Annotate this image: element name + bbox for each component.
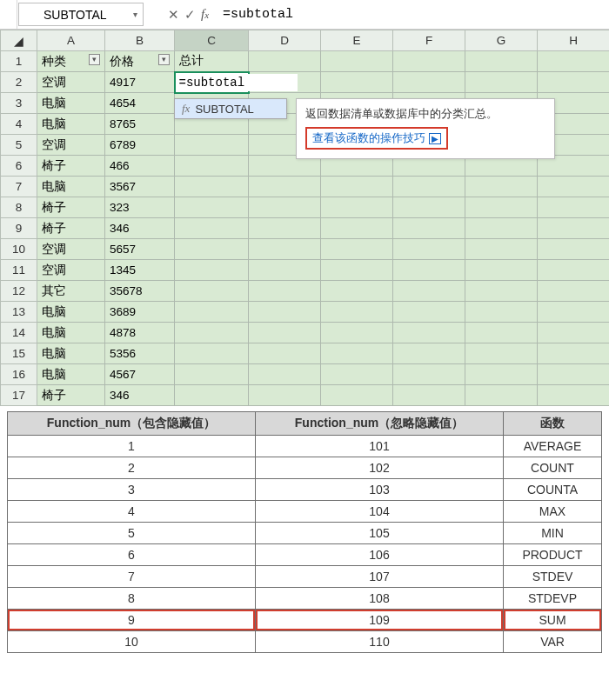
cell-F7[interactable] [393, 177, 465, 197]
cell-G9[interactable] [465, 218, 538, 239]
cell-F9[interactable] [393, 218, 465, 239]
col-header-F[interactable]: F [393, 30, 465, 51]
cell-A8[interactable]: 椅子 [37, 197, 105, 218]
cell-C17[interactable] [175, 385, 249, 406]
col-header-A[interactable]: A [37, 30, 105, 51]
cell-B15[interactable]: 5356 [105, 343, 175, 364]
cell-H7[interactable] [538, 177, 610, 197]
col-header-B[interactable]: B [105, 30, 175, 51]
cell-A14[interactable]: 电脑 [37, 323, 105, 343]
cell-E8[interactable] [321, 197, 393, 218]
cell-D7[interactable] [249, 177, 321, 197]
cell-H14[interactable] [538, 323, 610, 343]
cell-B7[interactable]: 3567 [105, 177, 175, 197]
cell-A16[interactable]: 电脑 [37, 364, 105, 385]
cell-B3[interactable]: 4654 [105, 93, 175, 114]
fx-icon[interactable]: fx [201, 7, 209, 22]
cell-D1[interactable] [249, 51, 321, 72]
cell-C16[interactable] [175, 364, 249, 385]
cell-C7[interactable] [175, 177, 249, 197]
cell-C11[interactable] [175, 260, 249, 281]
row-header[interactable]: 3 [1, 93, 37, 114]
cell-B4[interactable]: 8765 [105, 114, 175, 135]
cell-H8[interactable] [538, 197, 610, 218]
cell-G17[interactable] [465, 385, 538, 406]
cell-G15[interactable] [465, 343, 538, 364]
cell-B11[interactable]: 1345 [105, 260, 175, 281]
row-header[interactable]: 14 [1, 323, 37, 343]
cell-B13[interactable]: 3689 [105, 302, 175, 323]
row-header[interactable]: 17 [1, 385, 37, 406]
cell-F8[interactable] [393, 197, 465, 218]
tooltip-link[interactable]: 查看该函数的操作技巧 ▶ [305, 127, 448, 150]
cell-A2[interactable]: 空调 [37, 72, 105, 93]
select-all-corner[interactable]: ◢ [1, 30, 37, 51]
row-header[interactable]: 5 [1, 135, 37, 156]
cell-B12[interactable]: 35678 [105, 281, 175, 302]
row-header[interactable]: 6 [1, 156, 37, 177]
cell-E11[interactable] [321, 260, 393, 281]
cell-C10[interactable] [175, 239, 249, 260]
cancel-icon[interactable]: ✕ [168, 7, 179, 23]
cell-E2[interactable] [321, 72, 393, 93]
cell-B10[interactable]: 5657 [105, 239, 175, 260]
cell-G7[interactable] [465, 177, 538, 197]
row-header[interactable]: 7 [1, 177, 37, 197]
cell-H10[interactable] [538, 239, 610, 260]
cell-D14[interactable] [249, 323, 321, 343]
cell-F12[interactable] [393, 281, 465, 302]
col-header-G[interactable]: G [465, 30, 538, 51]
cell-G14[interactable] [465, 323, 538, 343]
cell-B8[interactable]: 323 [105, 197, 175, 218]
col-header-D[interactable]: D [249, 30, 321, 51]
cell-H9[interactable] [538, 218, 610, 239]
cell-C14[interactable] [175, 323, 249, 343]
cell-A12[interactable]: 其它 [37, 281, 105, 302]
cell-A13[interactable]: 电脑 [37, 302, 105, 323]
row-header[interactable]: 13 [1, 302, 37, 323]
autocomplete-item[interactable]: fx SUBTOTAL [175, 99, 286, 118]
cell-A11[interactable]: 空调 [37, 260, 105, 281]
cell-F10[interactable] [393, 239, 465, 260]
cell-A5[interactable]: 空调 [37, 135, 105, 156]
cell-D15[interactable] [249, 343, 321, 364]
cell-H17[interactable] [538, 385, 610, 406]
cell-F14[interactable] [393, 323, 465, 343]
cell-H2[interactable] [538, 72, 610, 93]
cell-D10[interactable] [249, 239, 321, 260]
row-header[interactable]: 4 [1, 114, 37, 135]
cell-B9[interactable]: 346 [105, 218, 175, 239]
cell-D9[interactable] [249, 218, 321, 239]
cell-H13[interactable] [538, 302, 610, 323]
row-header[interactable]: 10 [1, 239, 37, 260]
cell-C6[interactable] [175, 156, 249, 177]
cell-A17[interactable]: 椅子 [37, 385, 105, 406]
cell-F11[interactable] [393, 260, 465, 281]
col-header-E[interactable]: E [321, 30, 393, 51]
cell-F1[interactable] [393, 51, 465, 72]
confirm-icon[interactable]: ✓ [184, 7, 196, 23]
formula-input[interactable]: =subtotal [218, 0, 609, 29]
cell-D17[interactable] [249, 385, 321, 406]
cell-F16[interactable] [393, 364, 465, 385]
cell-D13[interactable] [249, 302, 321, 323]
name-box[interactable]: SUBTOTAL ▾ [18, 3, 144, 26]
cell-E9[interactable] [321, 218, 393, 239]
cell-B16[interactable]: 4567 [105, 364, 175, 385]
row-header[interactable]: 9 [1, 218, 37, 239]
cell-G11[interactable] [465, 260, 538, 281]
cell-A1[interactable]: 种类▾ [37, 51, 105, 72]
filter-icon[interactable]: ▾ [158, 54, 170, 65]
cell-A9[interactable]: 椅子 [37, 218, 105, 239]
chevron-down-icon[interactable]: ▾ [133, 10, 137, 19]
cell-C12[interactable] [175, 281, 249, 302]
row-header[interactable]: 16 [1, 364, 37, 385]
cell-H16[interactable] [538, 364, 610, 385]
col-header-C[interactable]: C [175, 30, 249, 51]
cell-D12[interactable] [249, 281, 321, 302]
cell-F13[interactable] [393, 302, 465, 323]
cell-G12[interactable] [465, 281, 538, 302]
cell-A4[interactable]: 电脑 [37, 114, 105, 135]
active-cell-editor[interactable]: =subtotal [176, 74, 298, 91]
cell-H1[interactable] [538, 51, 610, 72]
